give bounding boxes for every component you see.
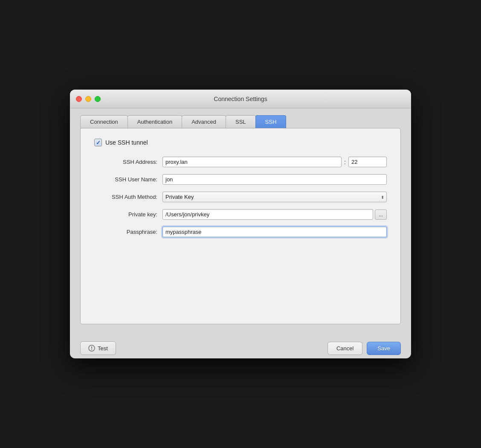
- ssh-port-input[interactable]: [348, 157, 387, 167]
- ssh-username-label: SSH User Name:: [94, 176, 162, 183]
- use-ssh-tunnel-row: ✓ Use SSH tunnel: [94, 139, 387, 146]
- ssh-username-row: SSH User Name:: [94, 174, 387, 185]
- save-button[interactable]: Save: [367, 342, 401, 355]
- ssh-address-row: SSH Address: :: [94, 157, 387, 167]
- cancel-button[interactable]: Cancel: [327, 342, 362, 355]
- test-button-label: Test: [98, 345, 108, 352]
- ssh-auth-method-row: SSH Auth Method: Password Private Key Pu…: [94, 192, 387, 202]
- window-controls: [76, 96, 101, 102]
- maximize-button[interactable]: [95, 96, 101, 102]
- private-key-field-group: ...: [162, 209, 387, 220]
- close-button[interactable]: [76, 96, 82, 102]
- passphrase-input[interactable]: [162, 227, 387, 237]
- tab-connection[interactable]: Connection: [80, 115, 128, 128]
- tab-ssh[interactable]: SSH: [255, 115, 287, 128]
- test-button[interactable]: ! Test: [80, 341, 116, 355]
- private-key-input[interactable]: [162, 209, 373, 220]
- checkmark-icon: ✓: [96, 140, 101, 145]
- ssh-auth-method-select[interactable]: Password Private Key Public Key: [162, 192, 387, 202]
- connection-settings-window: Connection Settings Connection Authentic…: [70, 90, 411, 358]
- title-bar: Connection Settings: [70, 90, 411, 108]
- tab-advanced[interactable]: Advanced: [182, 115, 226, 128]
- use-ssh-tunnel-checkbox[interactable]: ✓: [94, 139, 102, 146]
- port-separator: :: [342, 159, 348, 166]
- warning-icon: !: [88, 345, 95, 352]
- use-ssh-tunnel-label[interactable]: Use SSH tunnel: [105, 139, 148, 146]
- tab-authentication[interactable]: Authentication: [127, 115, 182, 128]
- ssh-address-field-group: :: [162, 157, 387, 167]
- ssh-auth-method-label: SSH Auth Method:: [94, 194, 162, 200]
- ssh-username-input[interactable]: [162, 174, 387, 185]
- tabs-container: Connection Authentication Advanced SSL S…: [80, 115, 401, 128]
- tab-ssl[interactable]: SSL: [226, 115, 256, 128]
- bottom-bar: ! Test Cancel Save: [70, 335, 411, 358]
- ssh-address-input[interactable]: [162, 157, 342, 167]
- private-key-label: Private key:: [94, 211, 162, 218]
- private-key-row: Private key: ...: [94, 209, 387, 220]
- passphrase-label: Passphrase:: [94, 229, 162, 235]
- passphrase-row: Passphrase:: [94, 227, 387, 237]
- right-buttons: Cancel Save: [327, 342, 401, 355]
- browse-button[interactable]: ...: [375, 209, 387, 220]
- minimize-button[interactable]: [85, 96, 91, 102]
- window-title: Connection Settings: [214, 96, 267, 102]
- ssh-panel: ✓ Use SSH tunnel SSH Address: : SSH User…: [80, 128, 401, 324]
- ssh-address-label: SSH Address:: [94, 159, 162, 165]
- ssh-auth-method-select-wrapper: Password Private Key Public Key ⬍: [162, 192, 387, 202]
- window-content: Connection Authentication Advanced SSL S…: [70, 108, 411, 335]
